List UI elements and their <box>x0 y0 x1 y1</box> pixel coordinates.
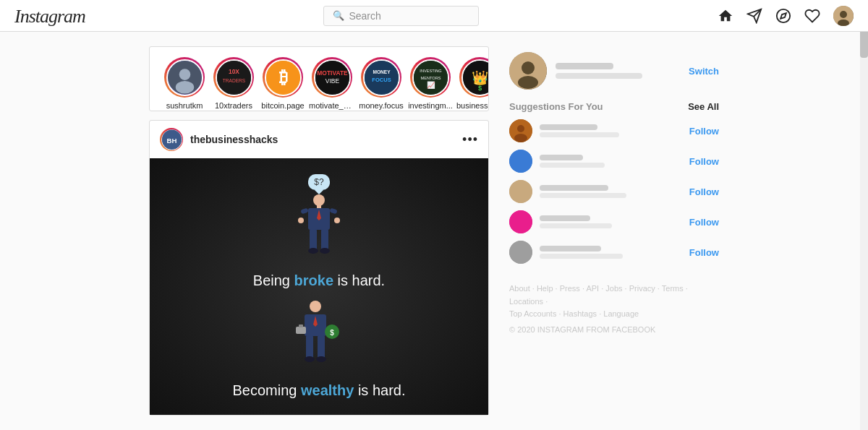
story-username-5: investingm... <box>408 101 453 110</box>
navbar: Instagram 🔍 <box>0 0 868 32</box>
story-ring-5: INVESTING MENTORS 📈 <box>410 57 451 98</box>
suggestion-item-0: Follow <box>509 119 719 142</box>
story-avatar-1: 10X TRADERS <box>216 59 252 96</box>
svg-text:MONEY: MONEY <box>373 69 391 74</box>
story-username-2: bitcoin.page <box>261 101 304 110</box>
footer-press[interactable]: Press <box>560 284 580 293</box>
story-avatar-0 <box>166 59 203 96</box>
scrollbar-track[interactable] <box>860 0 868 430</box>
footer-jobs[interactable]: Jobs <box>605 284 622 293</box>
story-username-4: money.focus <box>359 101 404 110</box>
svg-text:$: $ <box>477 84 482 92</box>
suggestion-info-2 <box>540 185 626 198</box>
suggestion-avatar-2 <box>509 180 532 203</box>
heart-icon[interactable] <box>804 8 820 24</box>
svg-rect-36 <box>300 208 308 215</box>
user-avatar-nav[interactable] <box>833 6 854 26</box>
home-icon[interactable] <box>718 8 733 24</box>
svg-text:$: $ <box>330 329 334 337</box>
footer-api[interactable]: API <box>586 284 599 293</box>
follow-button-1[interactable]: Follow <box>689 156 719 167</box>
post-username: thebusinesshacks <box>190 134 278 145</box>
suggestions-header: Suggestions For You See All <box>509 101 719 112</box>
svg-point-2 <box>777 9 790 22</box>
footer-locations[interactable]: Locations <box>509 297 543 306</box>
story-item-0[interactable]: sushrutkm <box>160 57 209 110</box>
svg-point-63 <box>509 210 532 233</box>
follow-button-2[interactable]: Follow <box>689 186 719 197</box>
story-item-5[interactable]: INVESTING MENTORS 📈 investingm... <box>406 57 455 110</box>
sidebar-user-avatar[interactable] <box>509 52 547 90</box>
footer-hashtags[interactable]: Hashtags <box>563 309 597 318</box>
instagram-logo: Instagram <box>14 4 85 27</box>
story-avatar-4: MONEY FOCUS <box>363 59 400 96</box>
search-icon: 🔍 <box>333 10 344 21</box>
suggestion-item-3: Follow <box>509 210 719 233</box>
suggestion-name-0 <box>540 124 597 130</box>
stories-scroll[interactable]: sushrutkm 10X TRADERS 10xtraders <box>150 57 488 110</box>
see-all-button[interactable]: See All <box>688 101 719 112</box>
suggestions-title: Suggestions For You <box>509 101 603 112</box>
suggestion-name-4 <box>540 246 601 251</box>
suggestion-left-4 <box>509 241 623 264</box>
sidebar: Switch Suggestions For You See All Follo… <box>509 46 719 416</box>
suggestion-sub-0 <box>540 132 619 137</box>
suggestion-left-0 <box>509 119 619 142</box>
footer-top-accounts[interactable]: Top Accounts <box>509 309 556 318</box>
footer-privacy[interactable]: Privacy <box>629 284 655 293</box>
svg-point-39 <box>334 218 340 223</box>
story-username-3: motivate_vi... <box>309 101 355 110</box>
story-avatar-5: INVESTING MENTORS 📈 <box>412 59 449 96</box>
svg-text:VIBE: VIBE <box>325 77 339 85</box>
svg-point-64 <box>509 241 532 264</box>
sidebar-profile-left <box>509 52 642 90</box>
story-item-6[interactable]: 👑 $ businessem... <box>455 57 488 110</box>
suggestion-name-3 <box>540 215 590 221</box>
svg-point-56 <box>522 61 535 74</box>
footer-about[interactable]: About <box>509 284 530 293</box>
svg-rect-51 <box>306 335 313 358</box>
main-container: sushrutkm 10X TRADERS 10xtraders <box>0 32 868 430</box>
story-username-1: 10xtraders <box>215 101 252 110</box>
follow-button-3[interactable]: Follow <box>689 217 719 228</box>
suggestion-avatar-1 <box>509 150 532 173</box>
compass-icon[interactable] <box>775 8 791 24</box>
svg-rect-40 <box>310 229 317 251</box>
post-more-button[interactable]: ••• <box>462 132 478 147</box>
suggestion-left-2 <box>509 180 626 203</box>
footer-language[interactable]: Language <box>603 309 639 318</box>
story-item-4[interactable]: MONEY FOCUS money.focus <box>357 57 406 110</box>
story-ring-1: 10X TRADERS <box>213 57 254 98</box>
suggestion-info-0 <box>540 124 619 137</box>
svg-rect-48 <box>299 324 303 327</box>
svg-text:TRADERS: TRADERS <box>222 78 245 83</box>
svg-point-43 <box>320 248 330 254</box>
switch-button[interactable]: Switch <box>689 66 719 77</box>
follow-button-0[interactable]: Follow <box>689 126 719 137</box>
story-item-3[interactable]: MOTIVATE VIBE motivate_vi... <box>307 57 357 110</box>
svg-rect-33 <box>317 205 321 208</box>
story-item-2[interactable]: ₿ bitcoin.page <box>258 57 307 110</box>
svg-text:MENTORS: MENTORS <box>420 76 441 80</box>
nav-icons <box>718 6 854 26</box>
story-item-1[interactable]: 10X TRADERS 10xtraders <box>209 57 258 110</box>
svg-text:10X: 10X <box>228 68 239 75</box>
svg-point-54 <box>316 356 326 362</box>
search-bar[interactable]: 🔍 <box>323 6 479 26</box>
suggestion-left-1 <box>509 150 605 173</box>
svg-point-62 <box>509 180 532 203</box>
story-username-0: sushrutkm <box>166 101 203 110</box>
follow-button-4[interactable]: Follow <box>689 247 719 258</box>
post-text-wealthy: Becoming wealthy is hard. <box>232 382 405 399</box>
post-card: BH thebusinesshacks ••• $? <box>149 120 489 416</box>
footer-terms[interactable]: Terms <box>662 284 684 293</box>
suggestion-info-3 <box>540 215 612 228</box>
search-input[interactable] <box>349 10 469 22</box>
svg-point-57 <box>518 76 538 89</box>
svg-text:FOCUS: FOCUS <box>372 77 391 83</box>
footer-copyright: © 2020 INSTAGRAM FROM FACEBOOK <box>509 325 719 334</box>
footer-help[interactable]: Help <box>537 284 553 293</box>
suggestion-name-1 <box>540 155 583 160</box>
suggestion-info-4 <box>540 246 623 259</box>
paper-plane-icon[interactable] <box>746 8 762 24</box>
